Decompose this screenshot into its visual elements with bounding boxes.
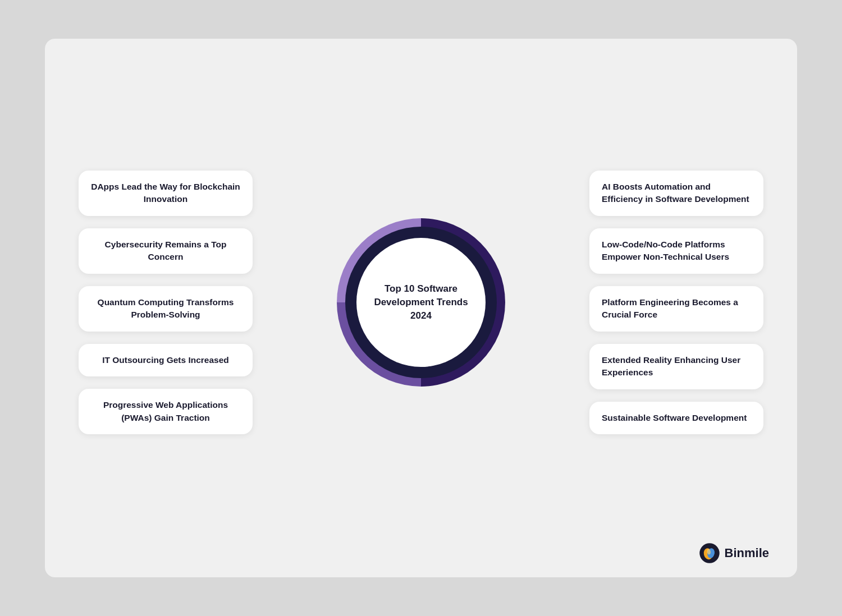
left-trend-pwa: Progressive Web Applications (PWAs) Gain… xyxy=(79,389,253,434)
right-trend-platform: Platform Engineering Becomes a Crucial F… xyxy=(589,286,763,332)
mind-map-layout: DApps Lead the Way for Blockchain Innova… xyxy=(79,72,763,532)
right-trend-lowcode: Low-Code/No-Code Platforms Empower Non-T… xyxy=(589,228,763,274)
left-trend-cybersecurity: Cybersecurity Remains a Top Concern xyxy=(79,228,253,274)
right-trend-xr: Extended Reality Enhancing User Experien… xyxy=(589,344,763,389)
right-trend-sustainable: Sustainable Software Development xyxy=(589,402,763,434)
left-trend-outsourcing: IT Outsourcing Gets Increased xyxy=(79,344,253,376)
brand-name-text: Binmile xyxy=(725,546,769,560)
left-trend-quantum: Quantum Computing Transforms Problem-Sol… xyxy=(79,286,253,332)
circle-middle: Top 10 Software Development Trends 2024 xyxy=(345,227,497,378)
right-column: AI Boosts Automation and Efficiency in S… xyxy=(589,171,763,434)
left-trend-dapps: DApps Lead the Way for Blockchain Innova… xyxy=(79,171,253,216)
circle-title: Top 10 Software Development Trends 2024 xyxy=(368,282,474,322)
right-trend-ai: AI Boosts Automation and Efficiency in S… xyxy=(589,171,763,216)
circle-container: Top 10 Software Development Trends 2024 xyxy=(337,218,505,387)
branding-area: Binmile xyxy=(699,543,769,564)
main-card: DApps Lead the Way for Blockchain Innova… xyxy=(45,39,797,577)
brand-logo-icon xyxy=(699,543,720,564)
circle-inner: Top 10 Software Development Trends 2024 xyxy=(356,238,486,367)
circle-outer: Top 10 Software Development Trends 2024 xyxy=(337,218,505,387)
left-column: DApps Lead the Way for Blockchain Innova… xyxy=(79,171,253,434)
center-area: Top 10 Software Development Trends 2024 xyxy=(253,218,589,387)
